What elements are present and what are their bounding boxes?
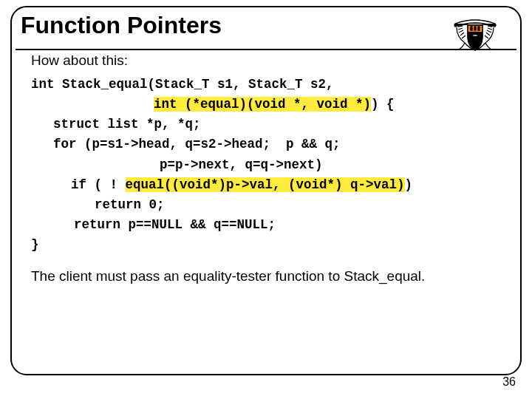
code-block: int Stack_equal(Stack_T s1, Stack_T s2, … xyxy=(31,75,504,255)
title-underline xyxy=(16,49,516,50)
code-line: int Stack_equal(Stack_T s1, Stack_T s2, xyxy=(31,77,334,92)
code-highlight-fnptr: int (*equal)(void *, void *) xyxy=(154,97,371,112)
code-text: ) xyxy=(405,177,413,192)
title-bar: Function Pointers xyxy=(12,12,520,39)
svg-rect-0 xyxy=(471,27,472,30)
svg-rect-2 xyxy=(478,27,480,30)
code-line: for (p=s1->head, q=s2->head; p && q; xyxy=(53,137,341,151)
code-line: } xyxy=(31,237,39,252)
princeton-shield-icon xyxy=(452,19,498,55)
intro-text: How about this: xyxy=(31,52,504,69)
code-line: struct list *p, *q; xyxy=(53,117,201,132)
slide-frame: Function Pointers xyxy=(10,6,522,375)
code-highlight-call: equal((void*)p->val, (void*) q->val) xyxy=(126,177,405,192)
code-line: return p==NULL && q==NULL; xyxy=(74,217,276,232)
page-number: 36 xyxy=(502,375,516,389)
slide-title: Function Pointers xyxy=(21,12,520,39)
footnote-text: The client must pass an equality-tester … xyxy=(31,268,504,284)
code-line: return 0; xyxy=(95,197,165,212)
code-text: ) { xyxy=(371,97,395,112)
svg-rect-1 xyxy=(474,27,476,30)
code-text: if ( ! xyxy=(71,177,126,192)
slide-body: How about this: int Stack_equal(Stack_T … xyxy=(12,39,520,284)
code-line: p=p->next, q=q->next) xyxy=(160,157,323,172)
